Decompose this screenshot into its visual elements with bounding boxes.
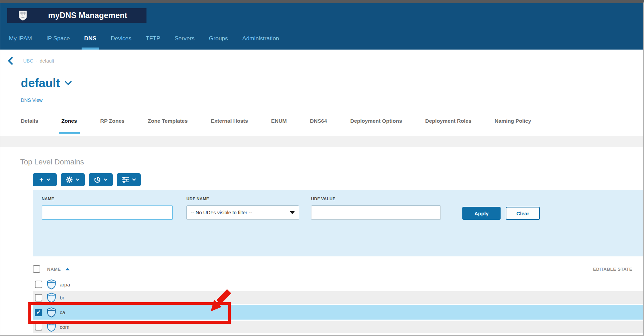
chevron-down-icon: [132, 178, 136, 181]
chevron-down-icon: [65, 81, 72, 85]
nav-item-administration[interactable]: Administration: [235, 28, 286, 50]
table-row-arpa[interactable]: arpa: [33, 279, 643, 290]
nav-item-servers[interactable]: Servers: [167, 28, 202, 50]
filter-columns-button[interactable]: [117, 173, 141, 186]
add-icon: +: [39, 176, 43, 183]
row-label[interactable]: arpa: [60, 282, 70, 287]
breadcrumb-separator: -: [36, 58, 38, 64]
tab-deployment-options[interactable]: Deployment Options: [350, 115, 402, 135]
view-tabs: Details Zones RP Zones Zone Templates Ex…: [21, 115, 643, 135]
column-header-name[interactable]: NAME: [47, 267, 61, 272]
apply-button[interactable]: Apply: [462, 207, 501, 220]
name-filter-label: NAME: [42, 197, 54, 201]
zone-shield-icon: [47, 307, 56, 318]
nav-item-tftp[interactable]: TFTP: [139, 28, 168, 50]
tab-zone-templates[interactable]: Zone Templates: [148, 115, 188, 135]
filter-panel: NAME UDF NAME -- No UDFs visible to filt…: [33, 190, 643, 256]
table-row-br[interactable]: br: [33, 291, 643, 304]
history-icon: [94, 176, 101, 183]
udf-name-select[interactable]: -- No UDFs visible to filter --: [186, 205, 299, 220]
tab-external-hosts[interactable]: External Hosts: [211, 115, 248, 135]
ubc-crest-icon: [19, 11, 27, 21]
chevron-down-icon: [46, 178, 50, 181]
table-row-ca-selected[interactable]: ca: [33, 305, 643, 320]
tld-list: arpa br ca: [33, 279, 643, 334]
app-header: myDNS Management My IPAM IP Space DNS De…: [0, 3, 643, 50]
app-logo-box[interactable]: myDNS Management: [7, 8, 146, 23]
screenshot-frame: myDNS Management My IPAM IP Space DNS De…: [0, 0, 644, 336]
tab-details[interactable]: Details: [21, 115, 38, 135]
tab-enum[interactable]: ENUM: [271, 115, 287, 135]
zone-shield-icon: [47, 279, 56, 290]
filter-sliders-icon: [122, 176, 129, 183]
chevron-down-icon: [104, 178, 108, 181]
page-subtitle: DNS View: [21, 97, 43, 103]
nav-item-groups[interactable]: Groups: [202, 28, 235, 50]
nav-item-my-ipam[interactable]: My IPAM: [2, 28, 39, 50]
zone-shield-icon: [47, 293, 56, 303]
row-checkbox[interactable]: [35, 294, 42, 301]
chevron-left-icon: [8, 57, 13, 65]
name-filter-input[interactable]: [42, 205, 173, 220]
page-title: default: [21, 76, 60, 90]
app-title: myDNS Management: [48, 11, 127, 20]
column-header-editable-state: EDITABLE STATE: [593, 267, 632, 272]
toolbar: +: [33, 173, 141, 186]
tab-divider-strip: [0, 136, 643, 147]
row-checkbox-checked[interactable]: [35, 309, 42, 316]
zone-shield-icon: [47, 322, 56, 332]
udf-value-filter-label: UDF VALUE: [311, 197, 335, 201]
gear-icon: [66, 176, 73, 183]
clear-button[interactable]: Clear: [506, 207, 540, 220]
udf-value-filter-input[interactable]: [311, 205, 441, 220]
breadcrumb: UBC - default: [8, 57, 54, 65]
chevron-down-icon: [76, 178, 80, 181]
settings-button[interactable]: [61, 173, 85, 186]
sort-ascending-icon[interactable]: [66, 268, 70, 270]
nav-item-devices[interactable]: Devices: [103, 28, 138, 50]
tab-dns64[interactable]: DNS64: [310, 115, 327, 135]
tab-naming-policy[interactable]: Naming Policy: [495, 115, 531, 135]
nav-item-ip-space[interactable]: IP Space: [39, 28, 77, 50]
history-button[interactable]: [89, 173, 113, 186]
select-all-checkbox[interactable]: [33, 265, 40, 273]
row-checkbox[interactable]: [35, 323, 42, 331]
tab-deployment-roles[interactable]: Deployment Roles: [425, 115, 471, 135]
caret-down-icon: [290, 211, 295, 214]
section-heading: Top Level Domains: [20, 158, 84, 166]
main-nav: My IPAM IP Space DNS Devices TFTP Server…: [0, 28, 643, 50]
row-label[interactable]: com: [60, 324, 69, 330]
row-label[interactable]: ca: [60, 309, 65, 315]
tab-rp-zones[interactable]: RP Zones: [100, 115, 125, 135]
breadcrumb-parent[interactable]: UBC: [23, 58, 33, 64]
breadcrumb-current: default: [40, 58, 54, 64]
tab-zones[interactable]: Zones: [61, 115, 77, 135]
table-row-com[interactable]: com: [33, 321, 643, 333]
table-header: NAME EDITABLE STATE: [33, 264, 643, 274]
nav-item-dns[interactable]: DNS: [77, 28, 103, 50]
udf-name-selected-value: -- No UDFs visible to filter --: [191, 210, 290, 215]
back-button[interactable]: [8, 57, 13, 65]
view-selector[interactable]: default: [21, 76, 72, 90]
add-button[interactable]: +: [33, 173, 57, 186]
udf-name-filter-label: UDF NAME: [186, 197, 209, 201]
row-checkbox[interactable]: [35, 281, 42, 288]
row-label[interactable]: br: [60, 295, 64, 300]
